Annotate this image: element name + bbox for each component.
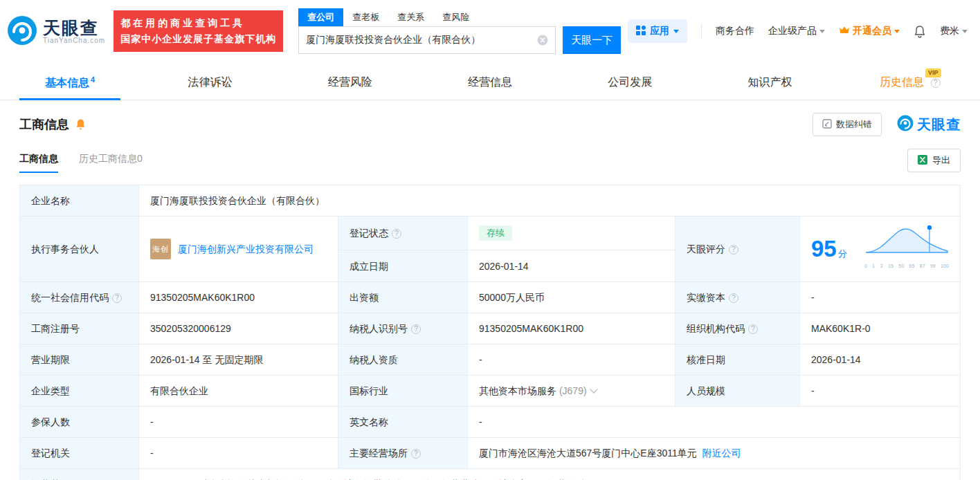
help-icon[interactable]: ? xyxy=(729,293,738,303)
search-tabs: 查公司 查老板 查关系 查风险 xyxy=(298,8,621,26)
help-icon[interactable]: ? xyxy=(748,324,758,334)
table-row: 参保人数 - 英文名称 - xyxy=(20,407,961,438)
tianyancha-logo[interactable]: 天眼查 TianYanCha.com xyxy=(7,15,105,48)
search-tab-relation[interactable]: 查关系 xyxy=(388,8,433,26)
search-input[interactable] xyxy=(306,35,533,46)
field-label-reg-number: 工商注册号 xyxy=(20,313,139,344)
table-row: 营业期限 2026-01-14 至 无固定期限 纳税人资质 - 核准日期 202… xyxy=(20,344,961,376)
monitor-bell-icon[interactable] xyxy=(75,118,87,131)
subtab-business-info[interactable]: 工商信息 xyxy=(19,153,58,173)
tab-intellectual-property[interactable]: 知识产权 xyxy=(700,65,840,100)
export-label: 导出 xyxy=(932,154,950,167)
search-box xyxy=(298,26,556,54)
business-cooperation-label: 商务合作 xyxy=(716,25,754,37)
subtab-history-business-info[interactable]: 历史工商信息0 xyxy=(79,153,143,173)
value-reg-authority: - xyxy=(139,438,338,469)
clear-search-icon[interactable] xyxy=(537,35,548,46)
business-registration-table: 企业名称 厦门海厦联投投资合伙企业（有限合伙） 执行事务合伙人 海创 厦门海创新… xyxy=(19,185,961,480)
tab-operation-info[interactable]: 经营信息 xyxy=(420,65,560,100)
business-cooperation-link[interactable]: 商务合作 xyxy=(716,25,754,37)
field-label-industry: 国标行业 xyxy=(338,376,468,407)
value-paid-capital: - xyxy=(800,282,961,313)
value-capital: 50000万人民币 xyxy=(468,282,675,313)
search-tab-company[interactable]: 查公司 xyxy=(298,8,343,26)
user-menu[interactable]: 费米 xyxy=(940,25,968,37)
tianyancha-logo-icon xyxy=(7,15,37,48)
promo-banner-line2: 国家中小企业发展子基金旗下机构 xyxy=(120,31,276,47)
value-approve-date: 2026-01-14 xyxy=(800,344,961,376)
search-tab-risk[interactable]: 查风险 xyxy=(433,8,478,26)
header-right-nav: 应用 商务合作 企业级产品 开通会员 费米 xyxy=(628,19,968,43)
field-label-approve-date: 核准日期 xyxy=(675,344,800,376)
value-staff-size: - xyxy=(800,376,961,407)
help-icon[interactable]: ? xyxy=(411,449,421,459)
field-label-english-name: 英文名称 xyxy=(338,407,468,438)
table-row: 登记机关 - 主要经营场所? 厦门市海沧区海沧大道567号厦门中心E座3011单… xyxy=(20,438,961,469)
enterprise-products-link[interactable]: 企业级产品 xyxy=(768,25,825,37)
section-header: 工商信息 数据纠错 天眼查 xyxy=(0,100,980,139)
divider xyxy=(701,24,702,39)
caret-down-icon xyxy=(894,30,900,33)
search-area: 查公司 查老板 查关系 查风险 天眼一下 xyxy=(298,8,621,54)
value-credit-code: 91350205MAK60K1R00 xyxy=(139,282,338,313)
table-row: 企业类型 有限合伙企业 国标行业 其他资本市场服务 (J679) 人员规模 - xyxy=(20,376,961,407)
notification-bell-icon[interactable] xyxy=(914,25,926,38)
apps-label: 应用 xyxy=(650,25,669,37)
apps-menu[interactable]: 应用 xyxy=(628,19,687,43)
partner-company-logo[interactable]: 海创 xyxy=(150,239,171,259)
apps-grid-icon xyxy=(636,26,646,37)
score-number: 95 xyxy=(811,236,837,261)
field-label-capital: 出资额 xyxy=(338,282,468,313)
brand-watermark: 天眼查 xyxy=(897,115,961,135)
score-chart[interactable]: 0131550658799100 xyxy=(864,225,949,273)
score-unit: 分 xyxy=(838,248,847,259)
help-icon[interactable]: ? xyxy=(411,324,421,334)
field-label-org-code: 组织机构代码? xyxy=(675,313,800,344)
value-insured-count: - xyxy=(139,407,338,438)
chevron-down-icon[interactable] xyxy=(590,386,597,394)
value-taxpayer-quality: - xyxy=(468,344,675,376)
data-correction-button[interactable]: 数据纠错 xyxy=(813,113,882,136)
value-company-name: 厦门海厦联投投资合伙企业（有限合伙） xyxy=(139,185,961,216)
value-taxpayer-id: 91350205MAK60K1R00 xyxy=(468,313,675,344)
section-title: 工商信息 xyxy=(19,116,69,133)
data-correction-label: 数据纠错 xyxy=(836,118,872,131)
nearby-companies-link[interactable]: 附近公司 xyxy=(702,447,741,459)
field-label-company-type: 企业类型 xyxy=(20,376,139,407)
vip-upgrade-link[interactable]: 开通会员 xyxy=(839,25,900,37)
tab-operation-risk[interactable]: 经营风险 xyxy=(280,65,420,100)
help-icon[interactable]: ? xyxy=(931,78,941,88)
company-detail-tabs: 基本信息4 法律诉讼 经营风险 经营信息 公司发展 知识产权 历史信息VIP ? xyxy=(0,65,980,100)
tab-history-info[interactable]: 历史信息VIP ? xyxy=(840,65,980,100)
help-icon[interactable]: ? xyxy=(729,245,738,255)
value-business-term: 2026-01-14 至 无固定期限 xyxy=(139,344,338,376)
field-label-staff-size: 人员规模 xyxy=(675,376,800,407)
search-tab-boss[interactable]: 查老板 xyxy=(343,8,388,26)
help-icon[interactable]: ? xyxy=(112,293,122,303)
tab-basic-info[interactable]: 基本信息4 xyxy=(0,65,140,100)
brand-watermark-icon xyxy=(897,115,914,135)
tab-legal-litigation[interactable]: 法律诉讼 xyxy=(140,65,280,100)
score-axis: 0131550658799100 xyxy=(864,259,949,273)
export-button[interactable]: 导出 xyxy=(907,149,961,172)
field-label-establish-date: 成立日期 xyxy=(338,250,468,281)
enterprise-products-label: 企业级产品 xyxy=(768,25,817,37)
caret-down-icon xyxy=(673,30,679,33)
partner-company-link[interactable]: 厦门海创新兴产业投资有限公司 xyxy=(178,242,314,256)
field-label-taxpayer-id: 纳税人识别号? xyxy=(338,313,468,344)
search-button[interactable]: 天眼一下 xyxy=(563,26,621,54)
value-industry[interactable]: 其他资本市场服务 (J679) xyxy=(468,376,675,407)
field-label-business-scope: 经营范围? xyxy=(20,469,139,480)
tab-company-development[interactable]: 公司发展 xyxy=(560,65,700,100)
field-label-company-name: 企业名称 xyxy=(20,185,139,216)
status-badge: 存续 xyxy=(479,225,512,241)
field-label-business-address: 主要经营场所? xyxy=(338,438,468,469)
value-establish-date: 2026-01-14 xyxy=(468,250,675,281)
data-correction-icon xyxy=(822,119,832,131)
caret-down-icon xyxy=(819,30,825,33)
field-label-reg-authority: 登记机关 xyxy=(20,438,139,469)
logo-title: 天眼查 xyxy=(43,19,105,37)
promo-banner: 都在用的商业查询工具 国家中小企业发展子基金旗下机构 xyxy=(114,10,283,52)
promo-banner-line1: 都在用的商业查询工具 xyxy=(120,15,276,31)
help-icon[interactable]: ? xyxy=(392,229,401,239)
